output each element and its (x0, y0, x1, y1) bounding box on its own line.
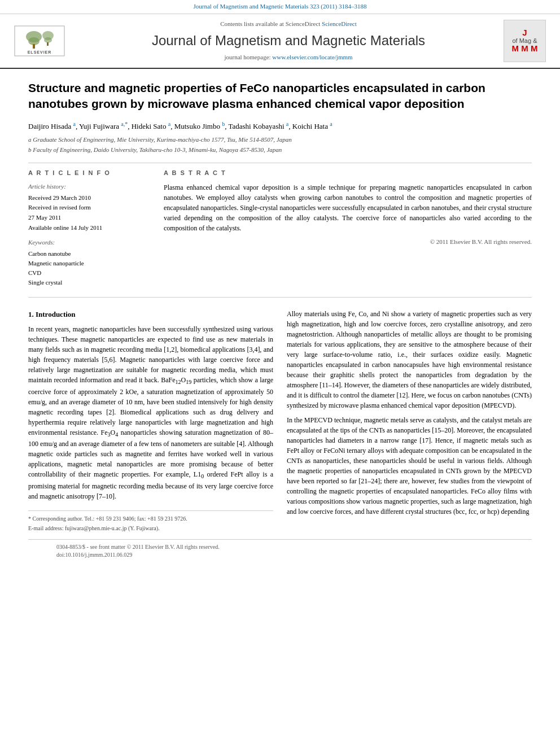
sciencedirect-link[interactable]: ScienceDirect (322, 20, 357, 27)
affiliations: a Graduate School of Engineering, Mie Un… (28, 136, 532, 155)
available-date: Available online 14 July 2011 (28, 224, 152, 233)
intro-p3: In the MPECVD technique, magnetic metals… (287, 415, 532, 517)
journal-title-section: Contents lists available at ScienceDirec… (79, 20, 498, 62)
authors-line: Daijiro Hisada a, Yuji Fujiwara a,*, Hid… (28, 120, 532, 132)
affiliation-b: b Faculty of Engineering, Daido Universi… (28, 146, 532, 155)
info-abstract-section: A R T I C L E I N F O Article history: R… (28, 169, 532, 288)
body-section: 1. Introduction In recent years, magneti… (28, 309, 532, 534)
footnotes: * Corresponding author. Tel.: +81 59 231… (28, 510, 273, 532)
svg-rect-6 (47, 42, 49, 46)
paper-title: Structure and magnetic properties of FeC… (28, 80, 532, 112)
journal-citation: Journal of Magnetism and Magnetic Materi… (194, 3, 367, 10)
section-number: 1. Introduction (28, 310, 76, 318)
keyword-3: CVD (28, 269, 152, 278)
journal-title-main: Journal of Magnetism and Magnetic Materi… (79, 31, 498, 51)
abstract-title: A B S T R A C T (164, 169, 532, 178)
article-info-col: A R T I C L E I N F O Article history: R… (28, 169, 152, 288)
history-label: Article history: (28, 182, 152, 191)
section-1-heading: 1. Introduction (28, 309, 273, 320)
divider-1 (28, 163, 532, 163)
svg-point-2 (28, 37, 40, 45)
svg-point-5 (44, 37, 52, 43)
abstract-text: Plasma enhanced chemical vapor depositio… (164, 182, 532, 233)
journal-homepage-link[interactable]: www.elsevier.com/locate/jmmm (272, 54, 352, 60)
elsevier-logo-section: ELSEVIER (11, 24, 73, 58)
intro-p1: In recent years, magnetic nanoparticles … (28, 324, 273, 501)
issn-line: 0304-8853/$ - see front matter © 2011 El… (56, 543, 504, 552)
keywords-list: Carbon nanotube Magnetic nanoparticle CV… (28, 250, 152, 287)
body-left-col: 1. Introduction In recent years, magneti… (28, 309, 273, 534)
elsevier-logo-svg: ELSEVIER (14, 25, 65, 56)
journal-homepage: journal homepage: www.elsevier.com/locat… (79, 53, 498, 62)
revised-label: Received in revised form (28, 203, 152, 212)
journal-topbar: Journal of Magnetism and Magnetic Materi… (0, 0, 560, 14)
divider-2 (28, 297, 532, 298)
keyword-1: Carbon nanotube (28, 250, 152, 259)
copyright-text: © 2011 Elsevier B.V. All rights reserved… (164, 238, 532, 247)
footnote-email: E-mail address: fujiwara@phen.mie-u.ac.j… (28, 524, 273, 532)
jmmm-logo: J of Mag & M M M (504, 20, 546, 62)
elsevier-logo: ELSEVIER (11, 24, 68, 58)
intro-p2: Alloy materials using Fe, Co, and Ni sho… (287, 309, 532, 410)
body-two-col: 1. Introduction In recent years, magneti… (28, 309, 532, 534)
keyword-4: Single crystal (28, 278, 152, 287)
revised-date: 27 May 2011 (28, 213, 152, 222)
svg-rect-3 (33, 44, 35, 49)
sciencedirect-label: Contents lists available at ScienceDirec… (79, 20, 498, 29)
journal-header: ELSEVIER Contents lists available at Sci… (0, 14, 560, 69)
keyword-2: Magnetic nanoparticle (28, 259, 152, 268)
keywords-label: Keywords: (28, 238, 152, 247)
body-right-col: Alloy materials using Fe, Co, and Ni sho… (287, 309, 532, 534)
jmmm-logo-section: J of Mag & M M M (504, 20, 549, 62)
authors-text: Daijiro Hisada a, Yuji Fujiwara a,*, Hid… (28, 122, 333, 130)
article-info-title: A R T I C L E I N F O (28, 169, 152, 178)
svg-text:ELSEVIER: ELSEVIER (28, 50, 52, 54)
doi-line: doi:10.1016/j.jmmm.2011.06.029 (56, 551, 504, 560)
affiliation-a: a Graduate School of Engineering, Mie Un… (28, 136, 532, 145)
footnote-corresponding: * Corresponding author. Tel.: +81 59 231… (28, 514, 273, 523)
main-content: Structure and magnetic properties of FeC… (0, 69, 560, 574)
abstract-col: A B S T R A C T Plasma enhanced chemical… (164, 169, 532, 288)
received-date: Received 29 March 2010 (28, 194, 152, 203)
bottom-bar: 0304-8853/$ - see front matter © 2011 El… (28, 539, 532, 563)
